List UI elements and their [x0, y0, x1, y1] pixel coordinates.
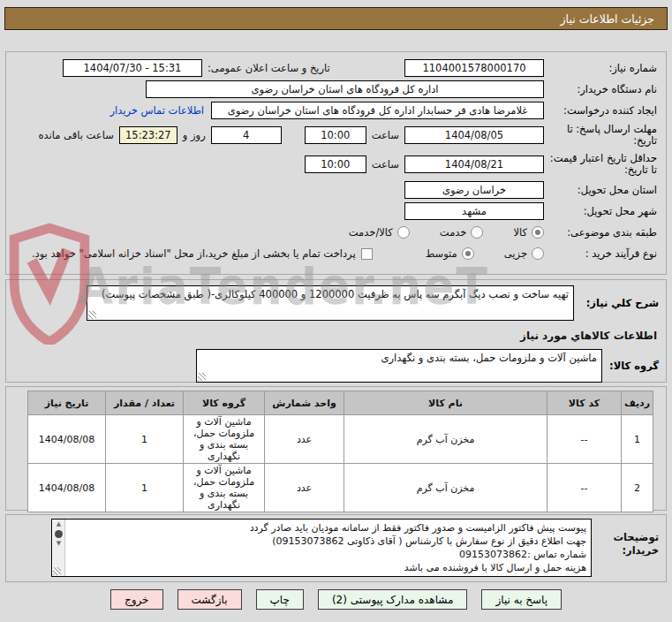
radio-icon[interactable] [532, 247, 544, 260]
radio-icon[interactable] [532, 226, 544, 239]
need-number-field[interactable]: 1104001578000170 [404, 59, 544, 77]
treasury-checkbox-label: پرداخت تمام یا بخشی از مبلغ خرید،از محل … [32, 247, 356, 260]
delivery-province-field[interactable]: خراسان رضوی [404, 181, 544, 199]
radio-icon[interactable] [397, 226, 410, 239]
buyer-org-label: نام دستگاه خریدار: [544, 84, 657, 95]
response-deadline-hour-label: ساعت [372, 129, 399, 141]
delivery-province-row: استان محل تحویل: خراسان رضوی [13, 181, 657, 199]
process-type-option[interactable]: متوسط [426, 247, 474, 260]
scroll-down-icon[interactable]: ▼ [57, 541, 61, 547]
delivery-city-field[interactable]: مشهد [404, 202, 544, 220]
radio-label: جزیی [504, 247, 527, 260]
resize-handle-icon[interactable] [88, 311, 96, 319]
buyer-notes-label: توضیحات خریدار: [592, 519, 659, 558]
scroll-up-icon[interactable]: ▲ [57, 521, 61, 527]
goods-table-body: 1--مخزن آب گرمعددماشین آلات و ملزومات حم… [28, 415, 653, 512]
goods-group-label: گروه کالا: [602, 360, 659, 372]
radio-label: متوسط [426, 247, 457, 260]
column-header: واحد شمارش [265, 391, 344, 415]
need-number-row: شماره نیاز: 1104001578000170 تاریخ و ساع… [13, 59, 657, 77]
goods-group-text: ماشین آلات و ملزومات حمل، بسته بندی و نگ… [381, 352, 597, 364]
need-number-label: شماره نیاز: [544, 63, 657, 74]
delivery-city-row: شهر محل تحویل: مشهد [13, 202, 657, 220]
note-line: جهت اطلاع دقیق از نوع سفارش با کارشناس (… [68, 535, 586, 548]
process-type-options: جزییمتوسط [396, 247, 544, 260]
footer-button[interactable]: خروج [110, 589, 163, 610]
table-row: 2--مخزن آب گرمعددماشین آلات و ملزومات حم… [28, 464, 653, 512]
need-description-textarea[interactable]: تهیه ساخت و نصب دیگ آبگرم سه پاس به ظرفی… [87, 285, 574, 321]
resize-handle-icon[interactable] [53, 567, 61, 575]
page-title: جزئیات اطلاعات نیاز [4, 7, 668, 30]
scroll-thumb[interactable] [55, 530, 63, 538]
table-cell: 1404/08/08 [28, 415, 106, 464]
buyer-notes-textarea[interactable]: پیوست پیش فاکتور الزامیست و صدور فاکتور … [51, 519, 592, 577]
need-description-label: شرح کلي نياز: [574, 297, 659, 309]
subject-class-option[interactable]: کالا/خدمت [349, 226, 410, 239]
announce-datetime-label: تاریخ و ساعت اعلان عمومی: [208, 62, 330, 74]
radio-label: کالا [513, 226, 527, 239]
response-deadline-time-field[interactable]: 10:00 [305, 126, 366, 144]
column-header: گروه کالا [184, 391, 265, 415]
column-header: تاریخ نیاز [28, 391, 106, 415]
table-cell: -- [547, 464, 622, 512]
price-validity-time-field[interactable]: 10:00 [305, 156, 366, 173]
subject-class-option[interactable]: خدمت [440, 226, 484, 239]
radio-icon[interactable] [462, 247, 474, 260]
goods-table-head-row: ردیفکد کالانام کالاواحد شمارشگروه کالاتع… [28, 391, 653, 415]
response-deadline-label: مهلت ارسال پاسخ: تا تاریخ: [544, 124, 657, 147]
goods-section-title: اطلاعات کالاهاي مورد نياز [15, 330, 657, 342]
radio-label: خدمت [440, 226, 467, 239]
subject-class-label: طبقه بندی موضوعی: [544, 227, 657, 239]
need-info-section: شماره نیاز: 1104001578000170 تاریخ و ساع… [5, 51, 667, 275]
note-line: پیوست پیش فاکتور الزامیست و صدور فاکتور … [68, 521, 586, 535]
buyer-contact-link[interactable]: اطلاعات تماس خریدار [109, 104, 204, 117]
price-validity-row: حداقل تاریخ اعتبار قیمت: تا تاریخ: 1404/… [13, 151, 657, 178]
footer-button[interactable]: بازگشت [177, 589, 242, 610]
price-validity-label: حداقل تاریخ اعتبار قیمت: تا تاریخ: [544, 153, 657, 176]
price-validity-date-field[interactable]: 1404/08/21 [404, 156, 544, 173]
delivery-province-label: استان محل تحویل: [544, 185, 657, 196]
process-type-label: نوع فرآیند خرید : [544, 248, 657, 260]
footer-button[interactable]: پاسخ به نیاز [481, 589, 562, 610]
buyer-org-field[interactable]: اداره کل فرودگاه های استان خراسان رضوی [146, 80, 544, 98]
treasury-checkbox[interactable] [361, 248, 373, 260]
page-title-text: جزئیات اطلاعات نیاز [561, 12, 654, 26]
goods-group-textarea[interactable]: ماشین آلات و ملزومات حمل، بسته بندی و نگ… [196, 349, 602, 383]
subject-class-row: طبقه بندی موضوعی: کالاخدمتکالا/خدمت [13, 224, 657, 241]
need-description-text: تهیه ساخت و نصب دیگ آبگرم سه پاس به ظرفی… [102, 288, 569, 300]
goods-group-row: گروه کالا: ماشین آلات و ملزومات حمل، بست… [13, 349, 659, 383]
table-cell: ماشین آلات و ملزومات حمل، بسته بندی و نگ… [184, 464, 265, 512]
table-cell: عدد [265, 415, 344, 464]
footer-buttons: پاسخ به نیازمشاهده مدارک پیوستی (2)چاپبا… [0, 589, 672, 610]
column-header: نام کالا [344, 391, 547, 415]
subject-class-option[interactable]: کالا [513, 226, 544, 239]
goods-table: ردیفکد کالانام کالاواحد شمارشگروه کالاتع… [27, 391, 653, 512]
table-cell: 1 [106, 415, 184, 464]
note-line: شماره تماس :09153073862 [68, 548, 586, 561]
request-creator-label: ایجاد کننده درخواست: [544, 105, 657, 117]
table-cell: 1404/08/08 [28, 464, 106, 512]
remaining-suffix: ساعت باقی مانده [39, 129, 114, 141]
table-cell: مخزن آب گرم [344, 415, 547, 464]
buyer-org-row: نام دستگاه خریدار: اداره کل فرودگاه های … [13, 80, 657, 98]
table-cell: عدد [265, 464, 344, 512]
process-type-option[interactable]: جزیی [504, 247, 544, 260]
response-deadline-date-field[interactable]: 1404/08/05 [404, 126, 544, 144]
request-creator-field[interactable]: غلامرضا هادی فر حسابدار اداره کل فرودگاه… [211, 102, 544, 119]
request-creator-row: ایجاد کننده درخواست: غلامرضا هادی فر حسا… [13, 102, 657, 119]
column-header: تعداد / مقدار [106, 391, 184, 415]
process-type-row: نوع فرآیند خرید : جزییمتوسط پرداخت تمام … [13, 245, 657, 262]
resize-handle-icon[interactable] [198, 373, 206, 381]
table-cell: -- [547, 415, 622, 464]
remaining-days-label: روز و [183, 129, 206, 141]
announce-datetime-field[interactable]: 1404/07/30 - 15:31 [63, 59, 202, 77]
table-row: 1--مخزن آب گرمعددماشین آلات و ملزومات حم… [28, 415, 653, 464]
footer-button[interactable]: چاپ [256, 589, 304, 610]
footer-button[interactable]: مشاهده مدارک پیوستی (2) [318, 589, 468, 610]
remaining-countdown: 15:23:27 [119, 126, 177, 144]
radio-icon[interactable] [471, 226, 483, 239]
goods-table-section: ردیفکد کالانام کالاواحد شمارشگروه کالاتع… [5, 386, 667, 511]
delivery-city-label: شهر محل تحویل: [544, 206, 657, 217]
radio-label: کالا/خدمت [349, 226, 393, 239]
need-description-row: شرح کلي نياز: تهیه ساخت و نصب دیگ آبگرم … [13, 285, 659, 321]
